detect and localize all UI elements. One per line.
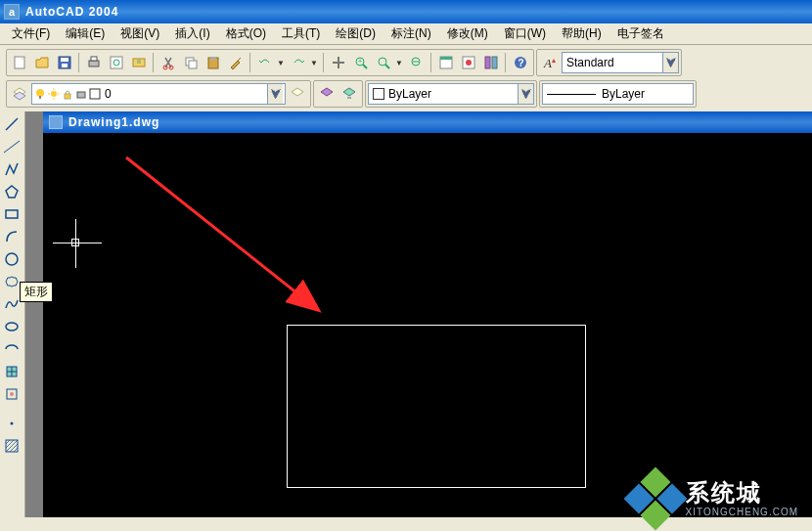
svg-text:+: + bbox=[358, 58, 362, 65]
drawing-filename: Drawing1.dwg bbox=[68, 115, 159, 129]
polygon-tool[interactable] bbox=[1, 181, 23, 202]
ellipse-arc-tool[interactable] bbox=[1, 338, 23, 360]
app-icon: a bbox=[4, 4, 20, 20]
tool-palettes-button[interactable] bbox=[480, 52, 502, 73]
standard-toolbar: ▼ ▼ + ▼ ? bbox=[6, 49, 534, 76]
redo-dropdown[interactable]: ▼ bbox=[310, 59, 320, 67]
pickbox bbox=[71, 239, 79, 246]
circle-tool[interactable] bbox=[1, 248, 23, 270]
menu-draw[interactable]: 绘图(D) bbox=[328, 23, 383, 44]
rectangle-tool[interactable] bbox=[1, 203, 23, 225]
draw-toolbar bbox=[0, 111, 25, 517]
properties-button[interactable] bbox=[435, 52, 457, 73]
menu-modify[interactable]: 修改(M) bbox=[439, 23, 496, 44]
svg-rect-5 bbox=[91, 57, 97, 61]
menu-edit[interactable]: 编辑(E) bbox=[58, 23, 113, 44]
linetype-toolbar: ByLayer bbox=[539, 80, 697, 108]
zoom-window-button[interactable] bbox=[373, 52, 394, 73]
menu-view[interactable]: 视图(V) bbox=[113, 23, 167, 44]
text-style-icon[interactable]: A bbox=[539, 52, 561, 73]
svg-rect-23 bbox=[485, 57, 490, 68]
bylayer-toolbar: ByLayer ⮟ bbox=[365, 80, 537, 108]
menu-dimension[interactable]: 标注(N) bbox=[383, 23, 439, 44]
arc-tool[interactable] bbox=[1, 226, 23, 247]
line-tool[interactable] bbox=[1, 113, 23, 135]
menu-format[interactable]: 格式(O) bbox=[218, 23, 274, 44]
sun-icon bbox=[48, 88, 60, 100]
drawing-window: Drawing1.dwg bbox=[25, 111, 812, 517]
svg-rect-32 bbox=[77, 92, 85, 98]
save-button[interactable] bbox=[54, 52, 75, 73]
color-combo[interactable]: ByLayer ⮟ bbox=[368, 83, 534, 105]
pan-button[interactable] bbox=[328, 52, 349, 73]
watermark-logo-icon bbox=[623, 466, 687, 530]
menu-help[interactable]: 帮助(H) bbox=[554, 23, 609, 44]
layer-state-icons bbox=[34, 88, 101, 100]
layer-combo[interactable]: 0 ⮟ bbox=[31, 83, 286, 105]
ellipse-tool[interactable] bbox=[1, 316, 23, 337]
zoom-previous-button[interactable] bbox=[406, 52, 428, 73]
properties-toolbar bbox=[313, 80, 363, 108]
layers-toolbar: 0 ⮟ bbox=[6, 80, 311, 108]
plot-icon bbox=[75, 88, 87, 100]
svg-point-17 bbox=[379, 58, 386, 66]
watermark-main: 系统城 bbox=[686, 480, 798, 506]
hatch-tool[interactable] bbox=[1, 435, 23, 457]
svg-rect-37 bbox=[6, 210, 18, 218]
svg-rect-20 bbox=[440, 57, 452, 60]
new-button[interactable] bbox=[9, 52, 30, 73]
color-button[interactable] bbox=[316, 83, 338, 105]
insert-block-tool[interactable] bbox=[1, 361, 23, 382]
copy-button[interactable] bbox=[180, 52, 202, 73]
menu-tools[interactable]: 工具(T) bbox=[274, 23, 328, 44]
menu-esign[interactable]: 电子签名 bbox=[609, 23, 672, 44]
menu-file[interactable]: 文件(F) bbox=[4, 23, 58, 44]
svg-rect-6 bbox=[111, 57, 122, 68]
publish-button[interactable] bbox=[128, 52, 150, 73]
tooltip: 矩形 bbox=[20, 282, 53, 302]
drawn-rectangle bbox=[287, 325, 586, 488]
undo-dropdown[interactable]: ▼ bbox=[277, 59, 287, 67]
zoom-dropdown[interactable]: ▼ bbox=[395, 59, 405, 67]
make-current-button[interactable] bbox=[338, 83, 360, 105]
svg-point-42 bbox=[10, 392, 14, 396]
open-button[interactable] bbox=[31, 52, 53, 73]
svg-rect-14 bbox=[210, 57, 216, 60]
linetype-combo[interactable]: ByLayer bbox=[542, 83, 694, 105]
make-block-tool[interactable] bbox=[1, 383, 23, 405]
point-tool[interactable] bbox=[1, 413, 23, 434]
design-center-button[interactable] bbox=[458, 52, 479, 73]
svg-point-28 bbox=[36, 89, 44, 97]
watermark-sub: XITONGCHENG.COM bbox=[686, 507, 798, 517]
construction-line-tool[interactable] bbox=[1, 136, 23, 157]
zoom-realtime-button[interactable]: + bbox=[350, 52, 372, 73]
linetype-preview bbox=[547, 94, 596, 95]
layer-arrow-icon: ⮟ bbox=[267, 84, 283, 104]
preview-button[interactable] bbox=[106, 52, 127, 73]
svg-rect-4 bbox=[89, 61, 99, 66]
cut-button[interactable] bbox=[158, 52, 179, 73]
undo-button[interactable] bbox=[254, 52, 276, 73]
menu-window[interactable]: 窗口(W) bbox=[496, 23, 554, 44]
polyline-tool[interactable] bbox=[1, 158, 23, 180]
layer-previous-button[interactable] bbox=[287, 83, 308, 105]
svg-text:?: ? bbox=[519, 58, 524, 68]
paste-button[interactable] bbox=[203, 52, 224, 73]
styles-toolbar: A Standard ⮟ bbox=[536, 49, 682, 76]
color-swatch-icon bbox=[89, 88, 101, 100]
print-button[interactable] bbox=[83, 52, 105, 73]
drawing-title-bar[interactable]: Drawing1.dwg bbox=[43, 111, 812, 133]
redo-button[interactable] bbox=[288, 52, 309, 73]
layer-manager-button[interactable] bbox=[9, 83, 30, 105]
text-style-combo[interactable]: Standard ⮟ bbox=[562, 52, 679, 73]
lock-icon bbox=[62, 88, 73, 100]
drawing-canvas[interactable] bbox=[43, 133, 812, 517]
help-button[interactable]: ? bbox=[510, 52, 531, 73]
linetype-value: ByLayer bbox=[602, 87, 689, 101]
svg-point-38 bbox=[6, 253, 18, 265]
match-button[interactable] bbox=[225, 52, 247, 73]
annotation-arrow bbox=[121, 153, 356, 338]
svg-point-39 bbox=[6, 323, 18, 331]
svg-rect-2 bbox=[61, 58, 68, 62]
menu-insert[interactable]: 插入(I) bbox=[167, 23, 217, 44]
